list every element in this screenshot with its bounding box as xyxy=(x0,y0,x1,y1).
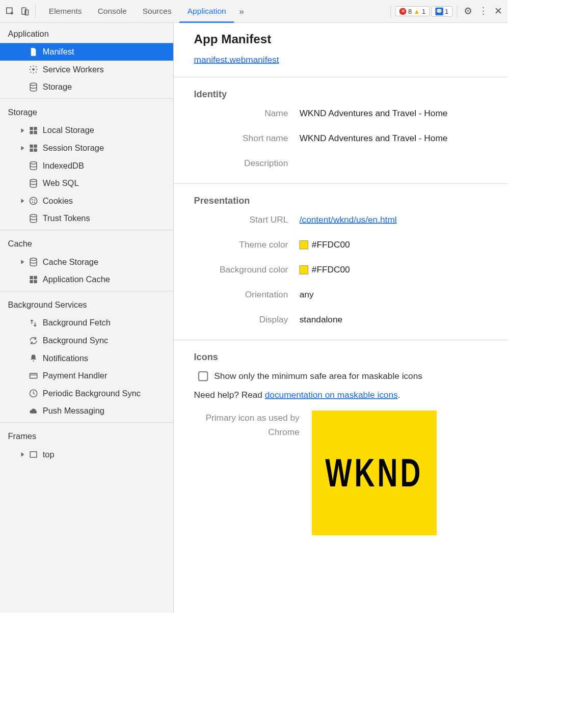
gear-icon xyxy=(29,65,38,74)
message-count: 1 xyxy=(445,8,448,15)
themecolor-label: Theme color xyxy=(194,239,300,250)
expand-triangle-icon xyxy=(21,128,24,133)
tab-sources[interactable]: Sources xyxy=(135,0,179,22)
bgcolor-value: #FFDC00 xyxy=(312,265,350,275)
sidebar-item-label: Manifest xyxy=(43,47,74,57)
sidebar-item-web-sql[interactable]: Web SQL xyxy=(0,175,173,193)
panel-heading: App Manifest xyxy=(194,33,507,47)
sidebar-item-service-workers[interactable]: Service Workers xyxy=(0,61,173,78)
separator xyxy=(0,422,173,423)
sidebar-item-label: Local Storage xyxy=(43,126,94,135)
sidebar-item-cache-storage[interactable]: Cache Storage xyxy=(0,253,173,271)
sidebar-item-label: IndexedDB xyxy=(43,161,84,171)
themecolor-value: #FFDC00 xyxy=(312,239,350,250)
sidebar-item-periodic-background-sync[interactable]: Periodic Background Sync xyxy=(0,385,173,402)
section-presentation: Presentation xyxy=(194,195,507,206)
file-icon xyxy=(29,47,38,57)
sidebar-item-label: Periodic Background Sync xyxy=(43,389,141,398)
sidebar-item-label: Service Workers xyxy=(43,65,104,74)
device-toggle-icon[interactable] xyxy=(18,4,33,18)
sidebar-group-frames: Frames xyxy=(0,425,173,446)
grid-icon xyxy=(29,126,38,135)
manifest-file-link[interactable]: manifest.webmanifest xyxy=(194,54,279,64)
updown-icon xyxy=(29,318,38,328)
clock-icon xyxy=(29,389,38,398)
maskable-checkbox[interactable] xyxy=(198,371,208,381)
sidebar-item-label: Background Sync xyxy=(43,336,109,345)
sidebar-group-application: Application xyxy=(0,23,173,43)
sidebar-item-push-messaging[interactable]: Push Messaging xyxy=(0,402,173,420)
starturl-label: Start URL xyxy=(194,214,300,225)
help-prefix: Need help? Read xyxy=(194,390,265,399)
sidebar-item-top[interactable]: top xyxy=(0,446,173,463)
sidebar-item-background-sync[interactable]: Background Sync xyxy=(0,332,173,350)
themecolor-swatch xyxy=(300,240,308,249)
error-count: 8 xyxy=(408,8,412,15)
separator xyxy=(0,230,173,230)
messages-badge[interactable]: 💬 1 xyxy=(431,6,452,17)
sidebar-item-label: Cache Storage xyxy=(43,257,98,267)
tab-application[interactable]: Application xyxy=(179,0,234,22)
db-icon xyxy=(29,82,38,92)
sidebar-item-trust-tokens[interactable]: Trust Tokens xyxy=(0,210,173,228)
bgcolor-label: Background color xyxy=(194,265,300,275)
sidebar-item-label: Background Fetch xyxy=(43,318,111,328)
sidebar-item-label: Session Storage xyxy=(43,143,104,153)
name-value: WKND Adventures and Travel - Home xyxy=(300,108,448,118)
grid-icon xyxy=(29,275,38,284)
main-body: ApplicationManifestService WorkersStorag… xyxy=(0,23,507,613)
tab-elements[interactable]: Elements xyxy=(41,0,90,22)
starturl-link[interactable]: /content/wknd/us/en.html xyxy=(300,214,397,225)
sidebar-item-notifications[interactable]: Notifications xyxy=(0,349,173,367)
separator xyxy=(390,5,391,18)
sidebar-item-label: Cookies xyxy=(43,196,73,206)
sidebar-item-label: Push Messaging xyxy=(43,406,104,416)
sidebar-item-manifest[interactable]: Manifest xyxy=(0,43,173,61)
tab-console[interactable]: Console xyxy=(90,0,135,22)
name-label: Name xyxy=(194,108,300,118)
sidebar-item-cookies[interactable]: Cookies xyxy=(0,192,173,210)
kebab-menu-icon[interactable]: ⋮ xyxy=(476,6,490,17)
maskable-docs-link[interactable]: documentation on maskable icons xyxy=(265,390,398,399)
description-label: Description xyxy=(194,158,300,169)
sidebar-item-indexeddb[interactable]: IndexedDB xyxy=(0,157,173,175)
expand-triangle-icon xyxy=(21,199,24,203)
sidebar-item-payment-handler[interactable]: Payment Handler xyxy=(0,367,173,385)
error-warning-badge[interactable]: ✕ 8 ▲ 1 xyxy=(395,6,430,16)
app-icon-preview: WKND xyxy=(312,411,437,535)
sidebar-item-label: top xyxy=(43,450,55,459)
sidebar-item-label: Trust Tokens xyxy=(43,213,90,223)
sidebar-group-cache: Cache xyxy=(0,233,173,253)
separator xyxy=(0,98,173,99)
expand-triangle-icon xyxy=(21,146,24,151)
orientation-value: any xyxy=(300,290,314,300)
app-icon-text: WKND xyxy=(325,450,423,496)
inspect-element-icon[interactable] xyxy=(3,4,17,18)
manifest-panel: App Manifest manifest.webmanifest Identi… xyxy=(174,23,507,613)
sidebar-group-storage: Storage xyxy=(0,101,173,122)
close-devtools-icon[interactable]: ✕ xyxy=(492,6,505,17)
more-tabs-icon[interactable]: » xyxy=(234,6,249,16)
toolbar-right: ✕ 8 ▲ 1 💬 1 ⚙ ⋮ ✕ xyxy=(388,5,504,18)
section-identity: Identity xyxy=(194,89,507,99)
frame-icon xyxy=(29,450,38,459)
sidebar-item-session-storage[interactable]: Session Storage xyxy=(0,140,173,157)
sidebar-item-local-storage[interactable]: Local Storage xyxy=(0,122,173,140)
help-suffix: . xyxy=(398,390,400,399)
sidebar-item-application-cache[interactable]: Application Cache xyxy=(0,271,173,289)
sidebar-group-background-services: Background Services xyxy=(0,294,173,314)
expand-triangle-icon xyxy=(21,260,24,264)
orientation-label: Orientation xyxy=(194,290,300,300)
sidebar-item-background-fetch[interactable]: Background Fetch xyxy=(0,314,173,332)
sidebar-item-label: Application Cache xyxy=(43,275,110,284)
db-icon xyxy=(29,213,38,223)
devtools-toolbar: Elements Console Sources Application » ✕… xyxy=(0,0,507,23)
sync-icon xyxy=(29,336,38,345)
bgcolor-swatch xyxy=(300,265,308,274)
primary-icon-label: Primary icon as used by Chrome xyxy=(194,411,300,535)
settings-gear-icon[interactable]: ⚙ xyxy=(462,6,475,17)
card-icon xyxy=(29,371,38,380)
shortname-value: WKND Adventures and Travel - Home xyxy=(300,133,448,143)
sidebar-item-storage[interactable]: Storage xyxy=(0,78,173,96)
maskable-checkbox-label: Show only the minimum safe area for mask… xyxy=(214,371,422,381)
